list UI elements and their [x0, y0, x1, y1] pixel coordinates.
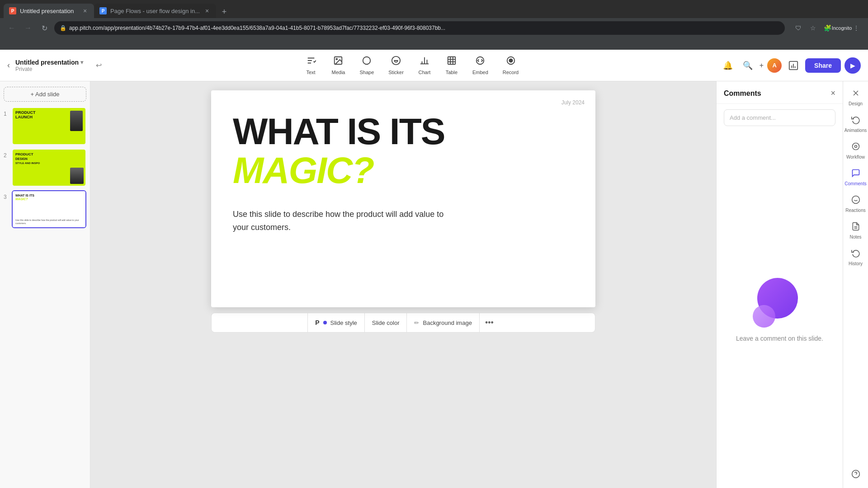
slide-body-text[interactable]: Use this slide to describe how the produ…: [233, 208, 459, 234]
right-panel-workflow[interactable]: Workflow: [845, 138, 867, 163]
tab-2-close[interactable]: ×: [203, 7, 211, 14]
slide-item-2[interactable]: 2 💬1 PRODUCTDESIGNSTYLE AND INSPO: [4, 149, 86, 187]
shape-label: Shape: [359, 70, 374, 75]
text-icon: [306, 56, 316, 68]
chart-label: Chart: [418, 70, 430, 75]
profile-button[interactable]: Incognito: [835, 22, 848, 34]
back-button[interactable]: ←: [5, 22, 18, 34]
bottom-bar: P Slide style Slide color ✏ Background i…: [211, 313, 595, 333]
right-panel-design[interactable]: Design: [845, 85, 867, 110]
media-icon: [333, 56, 343, 68]
more-options-button[interactable]: •••: [480, 313, 499, 332]
svg-point-2: [363, 57, 371, 65]
slide-main-title-line1[interactable]: WHAT IS ITS: [233, 112, 574, 151]
comments-title: Comments: [724, 89, 761, 98]
right-panel-reactions[interactable]: Reactions: [845, 192, 867, 216]
reactions-label: Reactions: [845, 208, 865, 213]
tab-2[interactable]: P Page Flows - user flow design in... ×: [94, 4, 216, 18]
slide-main-title-line2[interactable]: MAGIC?: [233, 151, 574, 190]
slide-3-number: 3: [4, 194, 9, 200]
bubble-tail: [753, 305, 775, 328]
tool-shape[interactable]: Shape: [354, 53, 379, 78]
chart-icon: [420, 56, 429, 68]
slide-color-button[interactable]: Slide color: [365, 313, 407, 332]
right-panel-comments[interactable]: Comments: [845, 165, 867, 190]
history-icon: [851, 249, 860, 260]
forward-button[interactable]: →: [22, 22, 34, 34]
background-image-button[interactable]: ✏ Background image: [407, 313, 479, 332]
comments-input[interactable]: Add a comment...: [724, 109, 835, 126]
slide-color-label: Slide color: [372, 319, 400, 326]
app-toolbar: ‹ Untitled presentation ▾ Private ↩ T: [0, 50, 868, 81]
nav-icons: 🛡 ☆ 🧩 Incognito ⋮: [792, 22, 863, 34]
sidebar-back-button[interactable]: ‹: [7, 61, 10, 70]
main-content: + Add slide 1 💬1 PRODUCTLAUNCH: [0, 81, 868, 488]
right-panel-history[interactable]: History: [845, 245, 867, 270]
comments-panel: Comments × Add a comment... Leave a comm…: [716, 81, 843, 488]
menu-icon[interactable]: ⋮: [850, 22, 863, 34]
app: ‹ Untitled presentation ▾ Private ↩ T: [0, 50, 868, 488]
undo-button[interactable]: ↩: [94, 59, 104, 71]
shield-icon[interactable]: 🛡: [792, 22, 805, 34]
slide-1-thumb[interactable]: 💬1 PRODUCTLAUNCH: [12, 107, 86, 145]
right-panel: Design Animations Workflow: [843, 81, 868, 488]
search-button[interactable]: 🔍: [740, 57, 756, 74]
tool-chart[interactable]: Chart: [413, 53, 436, 78]
refresh-button[interactable]: ↻: [38, 22, 51, 34]
title-dropdown-icon[interactable]: ▾: [80, 59, 83, 66]
svg-point-1: [336, 58, 338, 60]
style-dot: [323, 321, 327, 324]
slide-date: July 2024: [561, 99, 585, 106]
bookmark-star-icon[interactable]: ☆: [807, 22, 819, 34]
right-panel-notes[interactable]: Notes: [845, 218, 867, 243]
help-icon: [851, 469, 860, 481]
slide-2-thumb[interactable]: 💬1 PRODUCTDESIGNSTYLE AND INSPO: [12, 149, 86, 187]
bell-button[interactable]: 🔔: [720, 57, 736, 74]
svg-point-21: [852, 143, 859, 150]
tab-1[interactable]: P Untitled presentation ×: [4, 4, 94, 18]
share-button[interactable]: Share: [805, 58, 841, 73]
slide-item-3[interactable]: 3 WHAT IS ITS MAGIC? Use this slide to d…: [4, 190, 86, 228]
record-label: Record: [503, 70, 519, 75]
slide-2-number: 2: [4, 152, 9, 159]
comments-close-button[interactable]: ×: [830, 89, 835, 98]
tab-1-close[interactable]: ×: [81, 7, 89, 14]
presentation-subtitle: Private: [15, 66, 83, 72]
comments-empty-state: Leave a comment on this slide.: [717, 131, 843, 488]
toolbar-tools: Text Media Shape: [111, 53, 712, 78]
graph-icon-button[interactable]: [785, 57, 802, 74]
tool-sticker[interactable]: Sticker: [383, 53, 409, 78]
presentation-info: Untitled presentation ▾ Private: [15, 59, 83, 72]
pencil-icon: ✏: [414, 319, 419, 326]
text-label: Text: [306, 70, 315, 75]
browser-tabs: P Untitled presentation × P Page Flows -…: [0, 0, 868, 18]
tool-record[interactable]: Record: [497, 53, 524, 78]
slide-panel: + Add slide 1 💬1 PRODUCTLAUNCH: [0, 81, 90, 488]
new-tab-button[interactable]: +: [218, 5, 231, 18]
tool-table[interactable]: Table: [440, 53, 463, 78]
shape-icon: [362, 56, 372, 68]
slide-item-1[interactable]: 1 💬1 PRODUCTLAUNCH: [4, 107, 86, 145]
tool-text[interactable]: Text: [299, 53, 323, 78]
lock-icon: 🔒: [60, 25, 66, 31]
slide-3-thumb[interactable]: WHAT IS ITS MAGIC? Use this slide to des…: [12, 190, 86, 228]
workflow-label: Workflow: [846, 155, 865, 160]
svg-point-22: [854, 145, 857, 148]
add-slide-button[interactable]: + Add slide: [4, 87, 86, 102]
workflow-icon: [851, 142, 860, 153]
tab-1-label: Untitled presentation: [20, 8, 74, 14]
address-bar[interactable]: 🔒 app.pitch.com/app/presentation/4b74b27…: [54, 21, 785, 35]
slide-canvas[interactable]: July 2024 WHAT IS ITS MAGIC? Use this sl…: [211, 90, 595, 307]
play-button[interactable]: ▶: [844, 57, 861, 74]
right-panel-animations[interactable]: Animations: [845, 112, 867, 136]
sticker-label: Sticker: [388, 70, 404, 75]
right-panel-help[interactable]: [845, 466, 867, 484]
tool-media[interactable]: Media: [326, 53, 351, 78]
tab-1-favicon: P: [9, 7, 16, 14]
comments-empty-text: Leave a comment on this slide.: [736, 335, 823, 342]
slide-style-button[interactable]: P Slide style: [307, 313, 365, 332]
slide-style-label: Slide style: [330, 319, 357, 326]
user-avatar[interactable]: A: [767, 58, 782, 73]
tool-embed[interactable]: Embed: [467, 53, 494, 78]
browser-chrome: P Untitled presentation × P Page Flows -…: [0, 0, 868, 50]
